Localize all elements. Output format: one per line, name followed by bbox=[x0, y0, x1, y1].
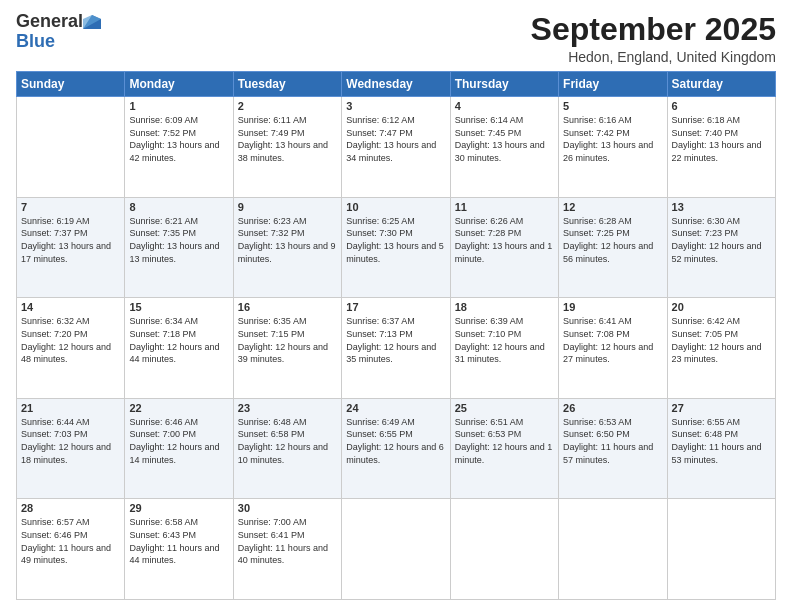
day-number: 9 bbox=[238, 201, 337, 213]
day-number: 29 bbox=[129, 502, 228, 514]
table-row: 1Sunrise: 6:09 AMSunset: 7:52 PMDaylight… bbox=[125, 97, 233, 198]
calendar-table: Sunday Monday Tuesday Wednesday Thursday… bbox=[16, 71, 776, 600]
day-info: Sunrise: 6:26 AMSunset: 7:28 PMDaylight:… bbox=[455, 215, 554, 265]
day-info: Sunrise: 6:51 AMSunset: 6:53 PMDaylight:… bbox=[455, 416, 554, 466]
table-row: 4Sunrise: 6:14 AMSunset: 7:45 PMDaylight… bbox=[450, 97, 558, 198]
calendar-week-row: 7Sunrise: 6:19 AMSunset: 7:37 PMDaylight… bbox=[17, 197, 776, 298]
day-number: 13 bbox=[672, 201, 771, 213]
day-info: Sunrise: 6:25 AMSunset: 7:30 PMDaylight:… bbox=[346, 215, 445, 265]
table-row: 3Sunrise: 6:12 AMSunset: 7:47 PMDaylight… bbox=[342, 97, 450, 198]
day-info: Sunrise: 6:12 AMSunset: 7:47 PMDaylight:… bbox=[346, 114, 445, 164]
table-row: 11Sunrise: 6:26 AMSunset: 7:28 PMDayligh… bbox=[450, 197, 558, 298]
day-number: 21 bbox=[21, 402, 120, 414]
table-row: 24Sunrise: 6:49 AMSunset: 6:55 PMDayligh… bbox=[342, 398, 450, 499]
day-info: Sunrise: 6:57 AMSunset: 6:46 PMDaylight:… bbox=[21, 516, 120, 566]
day-number: 7 bbox=[21, 201, 120, 213]
day-info: Sunrise: 6:30 AMSunset: 7:23 PMDaylight:… bbox=[672, 215, 771, 265]
day-number: 27 bbox=[672, 402, 771, 414]
day-info: Sunrise: 6:42 AMSunset: 7:05 PMDaylight:… bbox=[672, 315, 771, 365]
logo: General Blue bbox=[16, 12, 101, 52]
table-row bbox=[450, 499, 558, 600]
day-number: 1 bbox=[129, 100, 228, 112]
col-monday: Monday bbox=[125, 72, 233, 97]
day-info: Sunrise: 6:11 AMSunset: 7:49 PMDaylight:… bbox=[238, 114, 337, 164]
day-info: Sunrise: 6:23 AMSunset: 7:32 PMDaylight:… bbox=[238, 215, 337, 265]
table-row bbox=[342, 499, 450, 600]
day-info: Sunrise: 6:55 AMSunset: 6:48 PMDaylight:… bbox=[672, 416, 771, 466]
day-info: Sunrise: 6:14 AMSunset: 7:45 PMDaylight:… bbox=[455, 114, 554, 164]
title-location: Hedon, England, United Kingdom bbox=[531, 49, 776, 65]
calendar-week-row: 21Sunrise: 6:44 AMSunset: 7:03 PMDayligh… bbox=[17, 398, 776, 499]
table-row: 14Sunrise: 6:32 AMSunset: 7:20 PMDayligh… bbox=[17, 298, 125, 399]
table-row: 27Sunrise: 6:55 AMSunset: 6:48 PMDayligh… bbox=[667, 398, 775, 499]
day-number: 3 bbox=[346, 100, 445, 112]
day-info: Sunrise: 6:58 AMSunset: 6:43 PMDaylight:… bbox=[129, 516, 228, 566]
day-number: 23 bbox=[238, 402, 337, 414]
day-info: Sunrise: 6:49 AMSunset: 6:55 PMDaylight:… bbox=[346, 416, 445, 466]
calendar-week-row: 1Sunrise: 6:09 AMSunset: 7:52 PMDaylight… bbox=[17, 97, 776, 198]
logo-blue-text: Blue bbox=[16, 32, 55, 52]
table-row: 28Sunrise: 6:57 AMSunset: 6:46 PMDayligh… bbox=[17, 499, 125, 600]
day-info: Sunrise: 6:16 AMSunset: 7:42 PMDaylight:… bbox=[563, 114, 662, 164]
col-friday: Friday bbox=[559, 72, 667, 97]
table-row: 7Sunrise: 6:19 AMSunset: 7:37 PMDaylight… bbox=[17, 197, 125, 298]
table-row: 19Sunrise: 6:41 AMSunset: 7:08 PMDayligh… bbox=[559, 298, 667, 399]
header: General Blue September 2025 Hedon, Engla… bbox=[16, 12, 776, 65]
table-row: 21Sunrise: 6:44 AMSunset: 7:03 PMDayligh… bbox=[17, 398, 125, 499]
table-row: 15Sunrise: 6:34 AMSunset: 7:18 PMDayligh… bbox=[125, 298, 233, 399]
day-info: Sunrise: 6:41 AMSunset: 7:08 PMDaylight:… bbox=[563, 315, 662, 365]
day-info: Sunrise: 6:53 AMSunset: 6:50 PMDaylight:… bbox=[563, 416, 662, 466]
title-month: September 2025 bbox=[531, 12, 776, 47]
day-number: 14 bbox=[21, 301, 120, 313]
day-number: 25 bbox=[455, 402, 554, 414]
day-info: Sunrise: 6:18 AMSunset: 7:40 PMDaylight:… bbox=[672, 114, 771, 164]
table-row: 18Sunrise: 6:39 AMSunset: 7:10 PMDayligh… bbox=[450, 298, 558, 399]
calendar-header-row: Sunday Monday Tuesday Wednesday Thursday… bbox=[17, 72, 776, 97]
table-row: 6Sunrise: 6:18 AMSunset: 7:40 PMDaylight… bbox=[667, 97, 775, 198]
day-number: 24 bbox=[346, 402, 445, 414]
day-number: 10 bbox=[346, 201, 445, 213]
table-row: 26Sunrise: 6:53 AMSunset: 6:50 PMDayligh… bbox=[559, 398, 667, 499]
day-info: Sunrise: 6:39 AMSunset: 7:10 PMDaylight:… bbox=[455, 315, 554, 365]
calendar-week-row: 28Sunrise: 6:57 AMSunset: 6:46 PMDayligh… bbox=[17, 499, 776, 600]
day-number: 16 bbox=[238, 301, 337, 313]
day-info: Sunrise: 6:19 AMSunset: 7:37 PMDaylight:… bbox=[21, 215, 120, 265]
day-number: 8 bbox=[129, 201, 228, 213]
table-row: 16Sunrise: 6:35 AMSunset: 7:15 PMDayligh… bbox=[233, 298, 341, 399]
day-info: Sunrise: 6:48 AMSunset: 6:58 PMDaylight:… bbox=[238, 416, 337, 466]
day-info: Sunrise: 6:44 AMSunset: 7:03 PMDaylight:… bbox=[21, 416, 120, 466]
day-number: 18 bbox=[455, 301, 554, 313]
table-row: 13Sunrise: 6:30 AMSunset: 7:23 PMDayligh… bbox=[667, 197, 775, 298]
table-row bbox=[17, 97, 125, 198]
calendar-week-row: 14Sunrise: 6:32 AMSunset: 7:20 PMDayligh… bbox=[17, 298, 776, 399]
day-info: Sunrise: 6:35 AMSunset: 7:15 PMDaylight:… bbox=[238, 315, 337, 365]
logo-general-text: General bbox=[16, 12, 83, 32]
day-number: 30 bbox=[238, 502, 337, 514]
day-info: Sunrise: 6:46 AMSunset: 7:00 PMDaylight:… bbox=[129, 416, 228, 466]
day-info: Sunrise: 6:34 AMSunset: 7:18 PMDaylight:… bbox=[129, 315, 228, 365]
col-tuesday: Tuesday bbox=[233, 72, 341, 97]
day-number: 4 bbox=[455, 100, 554, 112]
day-number: 12 bbox=[563, 201, 662, 213]
table-row: 12Sunrise: 6:28 AMSunset: 7:25 PMDayligh… bbox=[559, 197, 667, 298]
table-row: 10Sunrise: 6:25 AMSunset: 7:30 PMDayligh… bbox=[342, 197, 450, 298]
day-number: 11 bbox=[455, 201, 554, 213]
day-number: 20 bbox=[672, 301, 771, 313]
day-number: 6 bbox=[672, 100, 771, 112]
table-row: 17Sunrise: 6:37 AMSunset: 7:13 PMDayligh… bbox=[342, 298, 450, 399]
table-row: 23Sunrise: 6:48 AMSunset: 6:58 PMDayligh… bbox=[233, 398, 341, 499]
day-number: 26 bbox=[563, 402, 662, 414]
table-row: 9Sunrise: 6:23 AMSunset: 7:32 PMDaylight… bbox=[233, 197, 341, 298]
logo-icon bbox=[83, 15, 101, 29]
day-number: 2 bbox=[238, 100, 337, 112]
col-wednesday: Wednesday bbox=[342, 72, 450, 97]
day-number: 5 bbox=[563, 100, 662, 112]
day-number: 17 bbox=[346, 301, 445, 313]
col-sunday: Sunday bbox=[17, 72, 125, 97]
table-row: 22Sunrise: 6:46 AMSunset: 7:00 PMDayligh… bbox=[125, 398, 233, 499]
day-number: 28 bbox=[21, 502, 120, 514]
table-row: 5Sunrise: 6:16 AMSunset: 7:42 PMDaylight… bbox=[559, 97, 667, 198]
col-thursday: Thursday bbox=[450, 72, 558, 97]
day-info: Sunrise: 6:37 AMSunset: 7:13 PMDaylight:… bbox=[346, 315, 445, 365]
title-block: September 2025 Hedon, England, United Ki… bbox=[531, 12, 776, 65]
